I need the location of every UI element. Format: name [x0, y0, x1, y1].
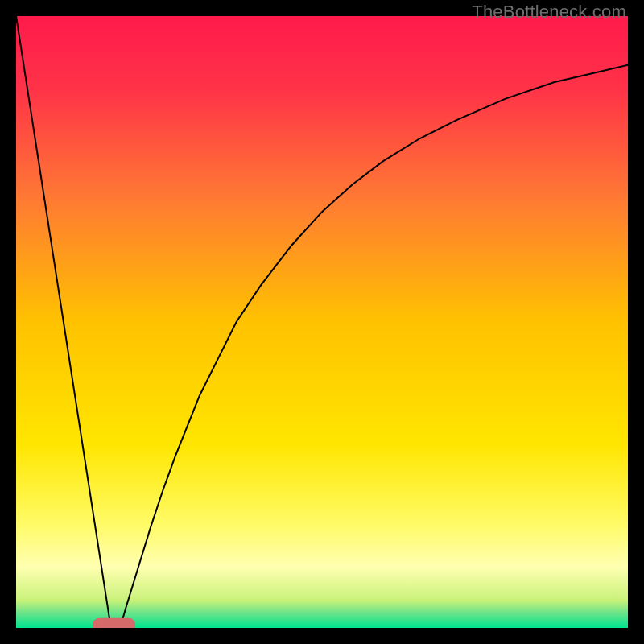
- chart-background: [16, 16, 628, 628]
- watermark-label: TheBottleneck.com: [472, 2, 626, 23]
- bottom-marker: [93, 618, 135, 628]
- chart-frame: [16, 16, 628, 628]
- chart-svg: [16, 16, 628, 628]
